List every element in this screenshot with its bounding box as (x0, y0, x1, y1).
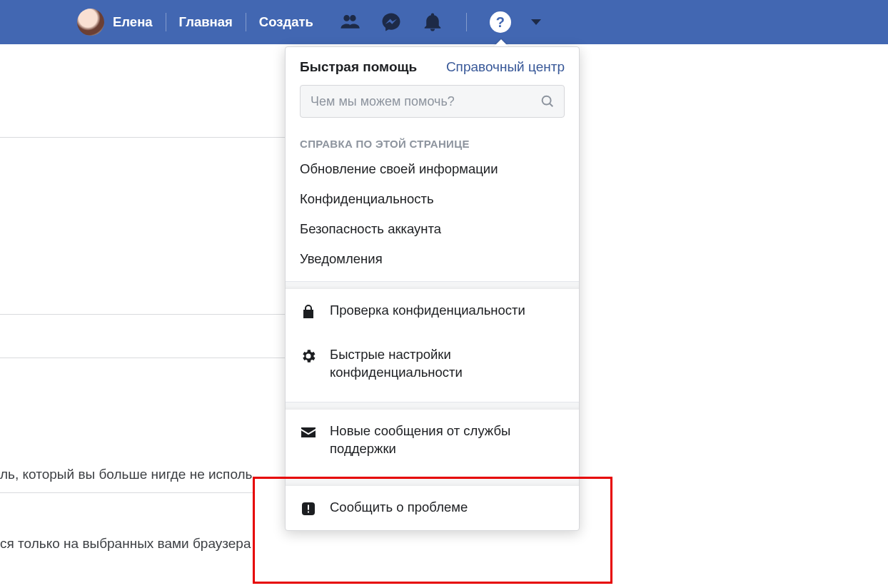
help-item-privacy[interactable]: Конфиденциальность (286, 184, 579, 214)
svg-line-1 (550, 103, 553, 106)
support-inbox-label: Новые сообщения от службы поддержки (330, 422, 565, 458)
panel-divider (286, 402, 579, 410)
bg-divider (0, 314, 285, 315)
panel-divider (286, 281, 579, 289)
bg-divider (0, 137, 285, 138)
report-problem-label: Сообщить о проблеме (330, 499, 468, 517)
svg-point-0 (543, 96, 551, 105)
bg-text-fragment: ся только на выбранных вами браузера (0, 536, 251, 552)
lock-icon (300, 303, 317, 320)
help-item-notifications[interactable]: Уведомления (286, 244, 579, 274)
support-inbox-item[interactable]: Новые сообщения от службы поддержки 10 (286, 410, 579, 471)
help-item-update-info[interactable]: Обновление своей информации (286, 154, 579, 184)
help-panel-title: Быстрая помощь (300, 59, 417, 75)
privacy-checkup-item[interactable]: Проверка конфиденциальности (286, 289, 579, 333)
bg-divider (0, 492, 253, 493)
help-dropdown-panel: Быстрая помощь Справочный центр СПРАВКА … (285, 46, 580, 531)
svg-rect-3 (308, 505, 309, 510)
avatar[interactable] (77, 9, 104, 36)
svg-rect-4 (308, 511, 309, 512)
help-search-box[interactable] (300, 85, 565, 118)
notifications-icon[interactable] (422, 11, 443, 33)
help-icon[interactable]: ? (490, 11, 511, 33)
gear-icon (300, 348, 317, 365)
nav-separator (466, 13, 467, 31)
report-problem-item[interactable]: Сообщить о проблеме (286, 486, 579, 530)
dropdown-arrow (494, 39, 508, 46)
bg-text-fragment: ль, который вы больше нигде не исполь (0, 467, 253, 482)
help-search-input[interactable] (309, 93, 540, 110)
privacy-checkup-label: Проверка конфиденциальности (330, 302, 525, 320)
panel-divider (286, 478, 579, 486)
friend-requests-icon[interactable] (339, 11, 360, 33)
search-icon (540, 93, 555, 109)
nav-home-link[interactable]: Главная (179, 14, 233, 30)
privacy-shortcuts-item[interactable]: Быстрые настройки конфиденциальности (286, 333, 579, 395)
nav-separator (246, 13, 246, 31)
privacy-shortcuts-label: Быстрые настройки конфиденциальности (330, 346, 565, 382)
account-menu-caret-icon[interactable] (531, 19, 541, 25)
bg-divider (0, 358, 285, 358)
help-center-link[interactable]: Справочный центр (446, 59, 565, 75)
nav-separator (166, 13, 166, 31)
nav-user-name[interactable]: Елена (113, 14, 153, 30)
help-item-account-security[interactable]: Безопасность аккаунта (286, 214, 579, 244)
mail-icon (300, 424, 317, 441)
alert-icon (300, 500, 317, 517)
messenger-icon[interactable] (380, 11, 402, 33)
nav-create-link[interactable]: Создать (259, 14, 313, 30)
help-section-label: СПРАВКА ПО ЭТОЙ СТРАНИЦЕ (286, 125, 579, 154)
top-nav-bar: Елена Главная Создать ? (0, 0, 888, 44)
